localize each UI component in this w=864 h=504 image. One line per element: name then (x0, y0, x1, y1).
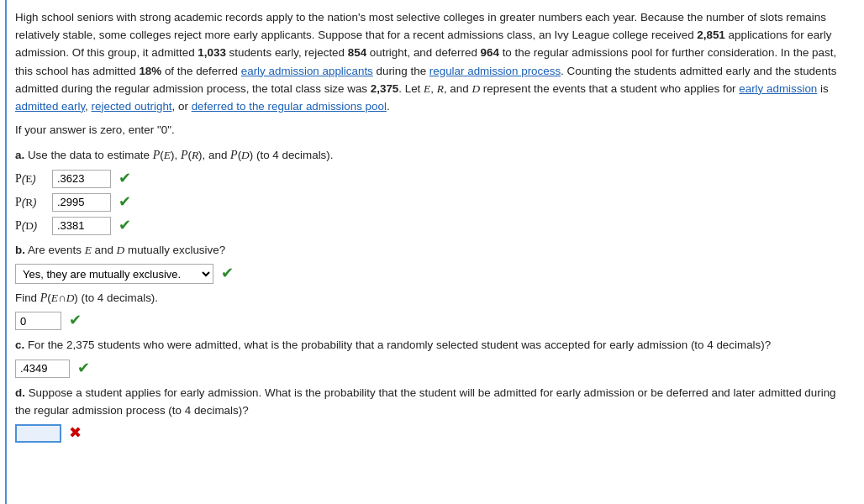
question-d-block: d. Suppose a student applies for early a… (15, 385, 852, 444)
pe-check-icon: ✔ (116, 171, 133, 187)
left-border (0, 0, 7, 504)
question-b-line: b. Are events E and D mutually exclusive… (15, 242, 852, 260)
page-container: High school seniors with strong academic… (0, 0, 864, 504)
pd-label: P(D) (15, 217, 47, 235)
mutually-exclusive-checkmark: ✔ (221, 262, 234, 286)
pd-input[interactable] (52, 217, 111, 235)
d-x-mark: ✖ (69, 422, 82, 445)
d-error-icon: ✖ (66, 425, 83, 442)
d-answer-row: ✖ (15, 424, 852, 443)
c-answer-row: ✔ (15, 360, 852, 378)
intersection-row: ✔ (15, 312, 852, 330)
mutually-exclusive-select[interactable]: Yes, they are mutually exclusive. No, th… (15, 264, 213, 284)
pd-row: P(D) ✔ (15, 217, 852, 235)
pe-input[interactable] (52, 170, 111, 188)
find-intersection-line: Find P(E∩D) (to 4 decimals). (15, 289, 852, 307)
pd-checkmark: ✔ (119, 214, 131, 238)
question-d-label: d. (15, 386, 25, 399)
question-a-label: a. (15, 149, 24, 161)
question-c-line: c. For the 2,375 students who were admit… (15, 337, 852, 354)
pd-check-icon: ✔ (116, 218, 133, 234)
question-c-block: c. For the 2,375 students who were admit… (15, 337, 852, 378)
question-b-block: b. Are events E and D mutually exclusive… (15, 242, 852, 331)
pe-checkmark: ✔ (119, 167, 131, 191)
intro-paragraph: High school seniors with strong academic… (15, 8, 852, 115)
question-a-block: a. Use the data to estimate P(E), P(R), … (15, 146, 852, 235)
main-content: High school seniors with strong academic… (7, 0, 864, 504)
question-c-label: c. (15, 339, 24, 351)
intersection-checkmark: ✔ (69, 309, 82, 333)
mutually-exclusive-row: Yes, they are mutually exclusive. No, th… (15, 264, 852, 284)
question-a-line: a. Use the data to estimate P(E), P(R), … (15, 146, 852, 165)
zero-note: If your answer is zero, enter "0". (15, 122, 852, 139)
c-input[interactable] (15, 360, 70, 378)
pe-row: P(E) ✔ (15, 170, 852, 188)
pe-label: P(E) (15, 170, 47, 188)
pr-check-icon: ✔ (116, 194, 133, 211)
pr-input[interactable] (52, 193, 111, 212)
c-checkmark: ✔ (77, 357, 90, 381)
question-d-line: d. Suppose a student applies for early a… (15, 385, 852, 420)
d-input[interactable] (15, 424, 61, 443)
c-check-icon: ✔ (75, 360, 92, 377)
mutually-exclusive-check-icon: ✔ (219, 265, 235, 282)
pr-row: P(R) ✔ (15, 193, 852, 212)
pr-label: P(R) (15, 193, 47, 212)
pr-checkmark: ✔ (119, 191, 131, 214)
intersection-check-icon: ✔ (66, 312, 83, 329)
intersection-input[interactable] (15, 312, 61, 330)
question-b-label: b. (15, 244, 25, 256)
